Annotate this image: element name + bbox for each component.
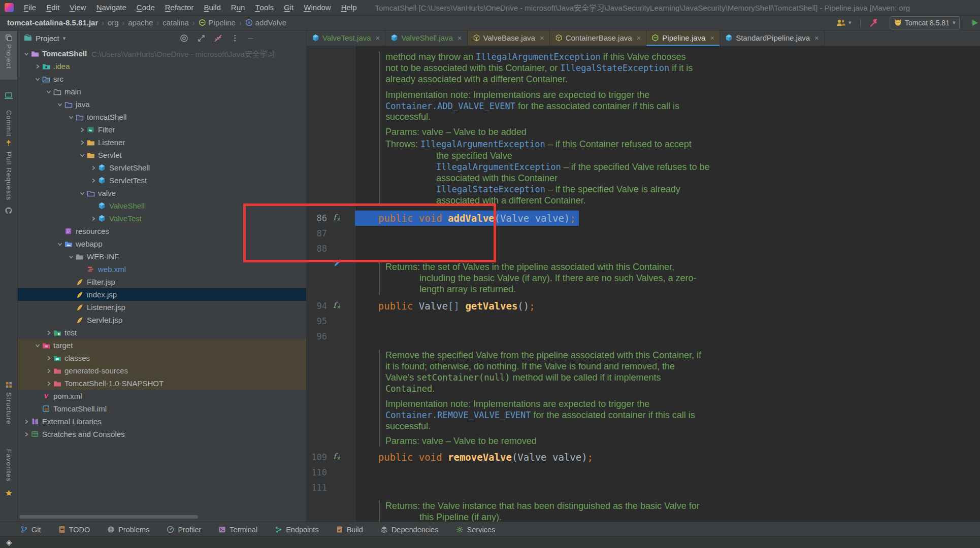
menu-build[interactable]: Build [199, 0, 225, 15]
menu-file[interactable]: File [19, 0, 41, 15]
toolwindow-button-build[interactable]: Build [336, 526, 363, 534]
menu-run[interactable]: Run [226, 0, 250, 15]
tree-item-listener[interactable]: Listener [18, 136, 306, 149]
tree-item-filter.jsp[interactable]: Filter.jsp [18, 276, 306, 288]
tree-item-resources[interactable]: resources [18, 225, 306, 237]
tree-item-tomcatshell-1.0-snapshot[interactable]: TomcatShell-1.0-SNAPSHOT [18, 377, 306, 390]
toolwindow-button-problems[interactable]: Problems [107, 526, 149, 534]
github-icon[interactable] [0, 207, 17, 215]
breadcrumb-package[interactable]: apache [128, 18, 153, 27]
tree-item-servlettest[interactable]: ServletTest [18, 174, 306, 187]
toolwindow-button-services[interactable]: Services [456, 526, 496, 534]
tree-item-main[interactable]: main [18, 85, 306, 98]
build-hammer-button[interactable] [869, 15, 879, 30]
tree-item-valvetest[interactable]: ValveTest [18, 212, 306, 225]
tree-item-filter[interactable]: Filter [18, 123, 306, 136]
favorites-star-icon[interactable] [0, 489, 17, 497]
tree-item-test[interactable]: test [18, 326, 306, 339]
tree-item-listener.jsp[interactable]: Listener.jsp [18, 301, 306, 314]
implemented-method-gutter-icon[interactable]: f↓× [333, 301, 344, 311]
chevron-down-icon[interactable] [55, 100, 64, 108]
tree-item-tomcatshell.iml[interactable]: JITomcatShell.iml [18, 402, 306, 415]
close-icon[interactable]: × [458, 34, 462, 42]
chevron-down-icon[interactable] [78, 151, 86, 159]
tree-item-target[interactable]: target [18, 339, 306, 352]
toolwindow-button-todo[interactable]: TODO [58, 526, 90, 534]
options-kebab-button[interactable]: ⋮ [231, 33, 239, 43]
tree-item-valve[interactable]: valve [18, 187, 306, 199]
chevron-right-icon[interactable] [89, 215, 97, 222]
menu-tools[interactable]: Tools [250, 0, 279, 15]
menu-navigate[interactable]: Navigate [91, 0, 132, 15]
tab-valvebase-java[interactable]: ValveBase.java× [468, 30, 550, 46]
edit-source-pencil-icon[interactable] [333, 259, 344, 269]
expand-all-button[interactable] [198, 35, 205, 42]
tree-item-webapp[interactable]: webapp [18, 237, 306, 250]
implemented-method-gutter-icon[interactable]: f↓× [333, 213, 344, 223]
chevron-down-icon[interactable] [22, 50, 30, 57]
tab-valvetest-java[interactable]: ValveTest.java× [307, 30, 385, 46]
chevron-down-icon[interactable] [67, 113, 75, 121]
tool-stripe-pull-requests[interactable]: Pull Requests [0, 152, 17, 200]
toolwindow-button-git[interactable]: Git [20, 526, 41, 534]
tab-standardpipeline-java[interactable]: StandardPipeline.java× [720, 30, 825, 46]
tree-item-scratches-and-consoles[interactable]: Scratches and Consoles [18, 428, 306, 440]
tree-item-.idea[interactable]: .idea [18, 60, 306, 73]
chevron-down-icon[interactable] [78, 189, 86, 197]
project-tool-icon[interactable] [0, 34, 17, 42]
toolwindow-button-profiler[interactable]: Profiler [167, 526, 201, 534]
tree-item-web.xml[interactable]: web.xml [18, 263, 306, 276]
breadcrumb-package[interactable]: catalina [162, 18, 189, 27]
implemented-method-gutter-icon[interactable]: f↓× [333, 452, 344, 462]
close-icon[interactable]: × [376, 34, 380, 42]
breadcrumb-package[interactable]: org [108, 18, 119, 27]
chevron-right-icon[interactable] [22, 418, 30, 425]
tree-item-pom.xml[interactable]: Vpom.xml [18, 390, 306, 402]
chevron-down-icon[interactable] [67, 253, 75, 260]
chevron-down-icon[interactable] [33, 75, 42, 83]
menu-help[interactable]: Help [336, 0, 362, 15]
laptop-icon[interactable] [0, 92, 17, 99]
close-icon[interactable]: × [637, 34, 641, 42]
tab-valveshell-java[interactable]: ValveShell.java× [385, 30, 467, 46]
editor-content[interactable]: 86f↓×878894f↓×9596109f↓×110111 method ma… [307, 46, 980, 522]
toolwindow-button-dependencies[interactable]: Dependencies [380, 526, 439, 534]
tab-containerbase-java[interactable]: ContainerBase.java× [550, 30, 647, 46]
breadcrumb-jar[interactable]: tomcat-catalina-8.5.81.jar [7, 18, 98, 27]
chevron-right-icon[interactable] [78, 126, 86, 133]
tool-stripe-structure[interactable]: Structure [0, 392, 17, 425]
toolwindow-button-terminal[interactable]: Terminal [218, 526, 257, 534]
users-widget[interactable]: ▾ [836, 15, 852, 30]
structure-icon[interactable] [0, 381, 17, 389]
menu-view[interactable]: View [64, 0, 91, 15]
chevron-right-icon[interactable] [44, 354, 53, 362]
chevron-down-icon[interactable] [33, 341, 42, 349]
tree-item-servlet[interactable]: Servlet [18, 149, 306, 161]
tree-item-index.jsp[interactable]: index.jsp [18, 288, 306, 301]
tree-item-web-inf[interactable]: WEB-INF [18, 250, 306, 263]
tree-item-generated-sources[interactable]: generated-sources [18, 364, 306, 377]
tree-item-classes[interactable]: classes [18, 352, 306, 364]
close-icon[interactable]: × [710, 34, 714, 42]
chevron-right-icon[interactable] [78, 139, 86, 146]
toolwindow-button-endpoints[interactable]: Endpoints [275, 526, 319, 534]
chevron-down-icon[interactable] [44, 88, 53, 95]
menu-code[interactable]: Code [132, 0, 160, 15]
chevron-right-icon[interactable] [89, 164, 97, 172]
tool-stripe-favorites[interactable]: Favorites [0, 449, 17, 482]
run-configuration-select[interactable]: Tomcat 8.5.81 ▾ [890, 16, 960, 29]
tree-item-tomcatshell[interactable]: TomcatShellC:\Users\VanHurts\OneDrive - … [18, 47, 306, 60]
tab-pipeline-java[interactable]: Pipeline.java× [646, 30, 720, 46]
menu-git[interactable]: Git [279, 0, 299, 15]
breadcrumb-method[interactable]: maddValve [245, 18, 286, 27]
breadcrumb-class[interactable]: Pipeline [199, 18, 236, 27]
chevron-right-icon[interactable] [22, 430, 30, 438]
tree-item-java[interactable]: java [18, 98, 306, 111]
tool-windows-stack-icon[interactable]: ◈ [6, 538, 12, 547]
hide-panel-button[interactable]: ─ [248, 34, 253, 43]
tree-item-valveshell[interactable]: ValveShell [18, 199, 306, 212]
tree-item-external-libraries[interactable]: External Libraries [18, 415, 306, 428]
chevron-right-icon[interactable] [89, 177, 97, 184]
collapse-all-button[interactable] [214, 35, 222, 42]
chevron-down-icon[interactable] [55, 240, 64, 248]
